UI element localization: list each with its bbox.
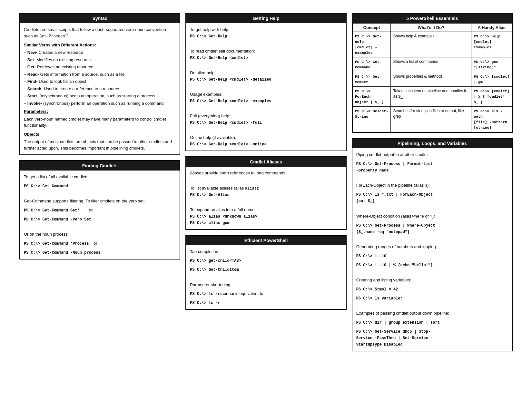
aliases-header: Cmdlet Aliases (186, 157, 346, 167)
row3-concept: PS C:\> Get-Member (352, 72, 391, 86)
pipe-p6-label: Examples of passing cmdlet output down p… (356, 310, 508, 317)
getting-help-card: Getting Help To get help with help:PS C:… (185, 13, 346, 151)
verb-read: Read- (27, 72, 39, 77)
pipe-p3-label: Where-Object condition (alias where or ?… (356, 213, 508, 220)
syntax-intro: Cmdlets are small scripts that follow a … (24, 26, 176, 39)
foreach-alias: % (425, 183, 427, 188)
finding-p3-label: Or on the noun process: (24, 231, 176, 238)
where-alias: where (412, 214, 424, 219)
row2-alias: PS C:\> gcm*[string]* (471, 57, 512, 72)
pipelining-body: Piping cmdlet output to another cmdlet: … (352, 148, 512, 351)
pipe-p1-code: PS C:\> Get-Process | Format-List-proper… (356, 161, 508, 173)
column-3: 5 PowerShell Essentials Concept What's i… (352, 13, 513, 351)
help-item-2: To read cmdlet self documentation:PS C:\… (190, 48, 342, 61)
verb-find: Find- (27, 79, 38, 84)
list-item: Find- Used to look for an object (24, 78, 176, 85)
finding-cmdlets-card: Finding Cmdlets To get a list of all ava… (19, 160, 180, 259)
syntax-card: Syntax Cmdlets are small scripts that fo… (19, 13, 180, 155)
syntax-intro-code: Get-Process (39, 34, 65, 39)
list-item: Invoke- (synchronous) perform an operati… (24, 100, 176, 107)
row5-concept: PS C:\> Select-String (352, 107, 391, 132)
essentials-table: Concept What's it Do? A Handy Alias PS C… (352, 23, 512, 132)
params-text: Each verb-noun named cmdlet may have man… (24, 116, 176, 129)
verb-start: Start- (27, 93, 38, 98)
getting-help-header: Getting Help (186, 14, 346, 23)
pipe-p1-label: Piping cmdlet output to another cmdlet: (356, 152, 508, 158)
pipe-p3-code: PS C:\> Get-Process | Where-Object{$_.na… (356, 222, 508, 235)
pipe-p2-code: PS C:\> ls *.txt | ForEach-Object{cat $_… (356, 191, 508, 204)
table-row: PS C:\> ForEach-Object { $_ } Takes each… (352, 86, 512, 106)
params-label: Parameters: (24, 108, 176, 115)
param-code1: PS C:\> ls -recurse is equivalent to: (190, 290, 342, 297)
verb-new: New- (27, 50, 37, 55)
objects-text: The output of most cmdlets are objects t… (24, 139, 176, 151)
essentials-header: 5 PowerShell Essentials (352, 14, 512, 23)
list-item: Start- (asynchronous) begin an operation… (24, 93, 176, 99)
help-item-6: Online help (if available):PS C:\> Get-H… (190, 134, 342, 147)
finding-p1-code: PS C:\> Get-Command (24, 183, 176, 189)
row5-alias: PS C:\> sls -path[file] -pattern[string] (471, 107, 512, 132)
row4-alias: PS C:\> [cmdlet]| % { [cmdlet]$_ } (471, 86, 512, 106)
efficient-body: Tab completion: PS C:\> get-child<TAB> P… (186, 245, 346, 309)
pipe-p5-label: Creating and listing variables: (356, 277, 508, 283)
list-item: Set- Modifies an existing resource (24, 57, 176, 63)
col-alias: A Handy Alias (471, 24, 512, 32)
tab-completion-label: Tab completion: (190, 249, 342, 255)
param-label: Parameter shortening: (190, 282, 342, 288)
finding-p3-code2: PS C:\> Get-Command -Noun process (24, 249, 176, 256)
efficient-card: Efficient PowerShell Tab completion: PS … (185, 235, 346, 310)
param-code2: PS C:\> ls -r (190, 299, 342, 306)
table-row: PS C:\> Get-Command Shows a list of comm… (352, 57, 512, 72)
finding-p2-codes: PS C:\> Get-Command Set* or (24, 207, 176, 213)
pipe-p5-code1: PS C:\> $tmol = 42 (356, 286, 508, 292)
col-what: What's it Do? (391, 24, 471, 32)
finding-p2-code2: PS C:\> Get-Command -Verb Set (24, 216, 176, 222)
aliases-body: Aliases provide short references to long… (186, 167, 346, 229)
aliases-p2: To expand an alias into a full name:PS C… (190, 207, 342, 226)
help-item-5: Full (everything) help:PS C:\> Get-Help … (190, 113, 342, 126)
similar-verbs-label: Similar Verbs with Different Actions: (24, 42, 176, 48)
syntax-body: Cmdlets are small scripts that follow a … (20, 23, 180, 154)
tab-code2: PS C:\> Get-ChildItem (190, 266, 342, 273)
pipelining-header: Pipelining, Loops, and Variables (352, 139, 512, 148)
verb-invoke: Invoke- (27, 101, 42, 106)
row3-what: Shows properties & methods (391, 72, 471, 86)
help-item-1: To get help with help:PS C:\> Get-Help (190, 26, 342, 39)
getting-help-body: To get help with help:PS C:\> Get-Help T… (186, 23, 346, 151)
efficient-header: Efficient PowerShell (186, 236, 346, 245)
table-row: PS C:\> Select-String Searches for strin… (352, 107, 512, 132)
list-item: New- Creates a new resource (24, 49, 176, 56)
finding-body: To get a list of all available cmdlets: … (20, 171, 180, 259)
row4-concept: PS C:\> ForEach-Object { $_ } (352, 86, 391, 106)
objects-label: Objects: (24, 131, 176, 138)
pipe-p2-label: ForEach-Object in the pipeline (alias %)… (356, 182, 508, 189)
col-concept: Concept (352, 24, 391, 32)
pipe-p5-code2: PS C:\> ls variable: (356, 295, 508, 301)
finding-p1-label: To get a list of all available cmdlets: (24, 174, 176, 180)
row1-what: Shows help & examples (391, 32, 471, 57)
row1-concept: PS C:\> Get-Help[cmdlet] -examples (352, 32, 391, 57)
row2-concept: PS C:\> Get-Command (352, 57, 391, 72)
pipe-p6-code2: PS C:\> Get-Service dhcp | Stop-Service … (356, 328, 508, 347)
table-row: PS C:\> Get-Member Shows properties & me… (352, 72, 512, 86)
verb-set: Set- (27, 57, 35, 62)
essentials-card: 5 PowerShell Essentials Concept What's i… (352, 13, 513, 133)
finding-p2-label: Get-Command supports filtering. To filte… (24, 198, 176, 204)
verb-get: Get- (27, 64, 36, 69)
pipe-p4-code2: PS C:\> 1..10 | % {echo "Hello!"} (356, 262, 508, 268)
pipe-p4-code1: PS C:\> 1..10 (356, 253, 508, 259)
pipelining-card: Pipelining, Loops, and Variables Piping … (352, 138, 513, 351)
alias-code-alias: alias (245, 186, 257, 191)
pipe-p6-code1: PS C:\> dir | group extension | sort (356, 319, 508, 326)
table-row: PS C:\> Get-Help[cmdlet] -examples Shows… (352, 32, 512, 57)
aliases-card: Cmdlet Aliases Aliases provide short ref… (185, 156, 346, 230)
aliases-intro: Aliases provide short references to long… (190, 170, 342, 176)
list-item: Get- Retrieves an existing resource (24, 64, 176, 70)
list-item: Read- Gets information from a source, su… (24, 71, 176, 78)
verb-search: Search- (27, 86, 43, 91)
row4-what: Takes each item on pipeline and handles … (391, 86, 471, 106)
column-2: Getting Help To get help with help:PS C:… (185, 13, 346, 310)
row1-alias: PS C:\> help[cmdlet] -examples (471, 32, 512, 57)
verbs-list: New- Creates a new resource Set- Modifie… (24, 49, 176, 106)
qmark-alias: ? (430, 214, 432, 219)
